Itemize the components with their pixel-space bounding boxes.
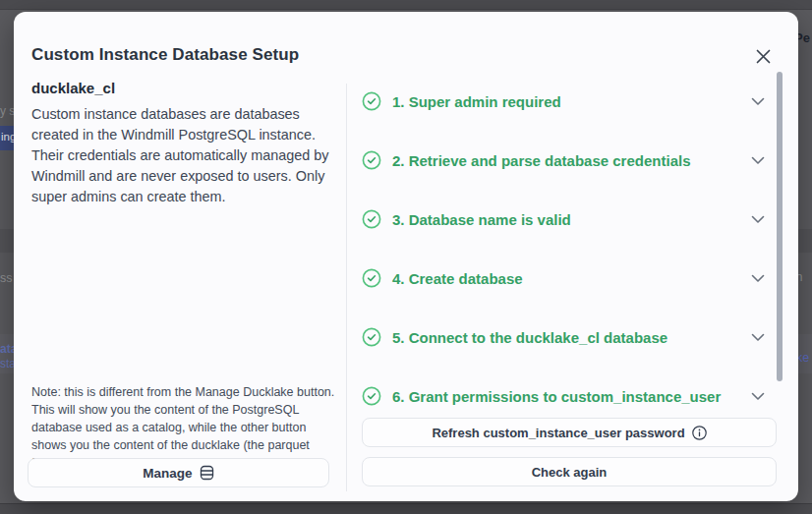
check-again-button[interactable]: Check again (362, 457, 777, 486)
step-label: 1. Super admin required (392, 93, 751, 110)
step-row-super-admin[interactable]: 1. Super admin required (362, 72, 769, 131)
check-circle-icon (362, 268, 381, 288)
step-row-grant-permissions[interactable]: 6. Grant permissions to custom_instance_… (362, 367, 769, 426)
chevron-down-icon[interactable] (751, 392, 765, 401)
close-button[interactable] (751, 44, 775, 68)
screen: { "background": { "fragments": { "top_ri… (0, 0, 812, 514)
check-circle-icon (362, 150, 381, 170)
step-row-connect-database[interactable]: 5. Connect to the ducklake_cl database (362, 308, 769, 367)
background-selected-nav-item: ing (0, 126, 14, 150)
refresh-password-button[interactable]: Refresh custom_instance_user password (362, 418, 777, 447)
database-icon (200, 465, 214, 481)
setup-steps-list: 1. Super admin required 2. Retrieve and … (362, 72, 769, 426)
step-label: 6. Grant permissions to custom_instance_… (392, 388, 751, 405)
step-label: 2. Retrieve and parse database credentia… (392, 152, 751, 169)
database-description: Custom instance databases are databases … (31, 104, 339, 207)
info-icon (692, 426, 707, 440)
close-icon (755, 48, 772, 65)
database-name-heading: ducklake_cl (31, 80, 115, 96)
refresh-password-label: Refresh custom_instance_user password (432, 426, 684, 440)
step-row-retrieve-credentials[interactable]: 2. Retrieve and parse database credentia… (362, 131, 769, 190)
chevron-down-icon[interactable] (751, 97, 765, 106)
step-label: 5. Connect to the ducklake_cl database (392, 329, 751, 346)
steps-scrollbar[interactable] (777, 72, 783, 381)
chevron-down-icon[interactable] (751, 156, 765, 165)
manage-button-label: Manage (143, 466, 192, 481)
step-label: 3. Database name is valid (392, 211, 751, 228)
chevron-down-icon[interactable] (751, 274, 765, 283)
step-row-create-database[interactable]: 4. Create database (362, 249, 769, 308)
background-bottom-band (0, 503, 812, 514)
step-row-database-name-valid[interactable]: 3. Database name is valid (362, 190, 769, 249)
column-divider (346, 84, 347, 491)
dialog-title: Custom Instance Database Setup (31, 45, 299, 65)
chevron-down-icon[interactable] (751, 333, 765, 342)
custom-instance-database-setup-dialog: Custom Instance Database Setup ducklake_… (14, 12, 798, 501)
chevron-down-icon[interactable] (751, 215, 765, 224)
check-circle-icon (362, 327, 381, 347)
check-circle-icon (362, 209, 381, 229)
background-topbar (0, 0, 812, 10)
step-label: 4. Create database (392, 270, 751, 287)
check-again-label: Check again (532, 465, 608, 480)
manage-button[interactable]: Manage (28, 458, 329, 487)
background-text-fragment: ss (0, 271, 13, 285)
check-circle-icon (362, 91, 381, 111)
check-circle-icon (362, 386, 381, 406)
